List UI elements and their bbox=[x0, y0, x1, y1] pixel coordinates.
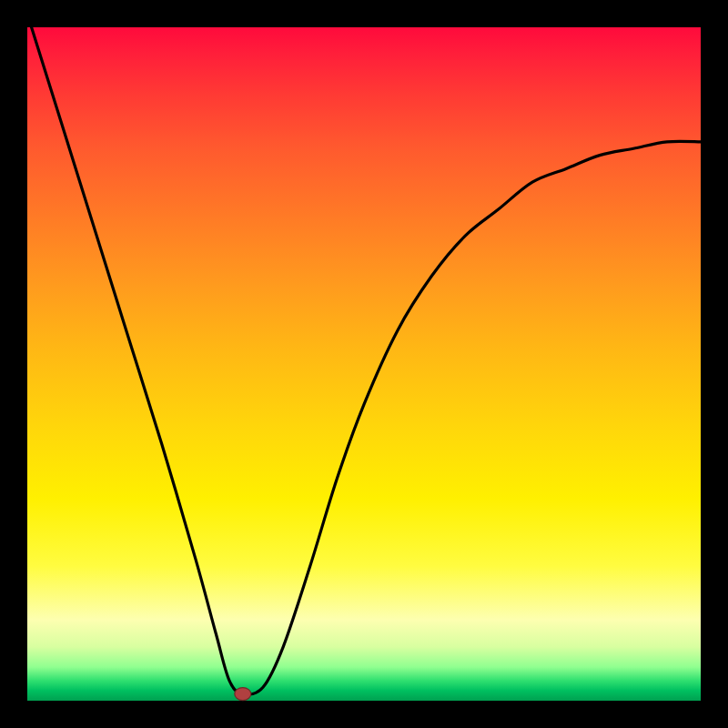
chart-frame bbox=[0, 0, 728, 728]
chart-gradient-background bbox=[27, 27, 701, 701]
